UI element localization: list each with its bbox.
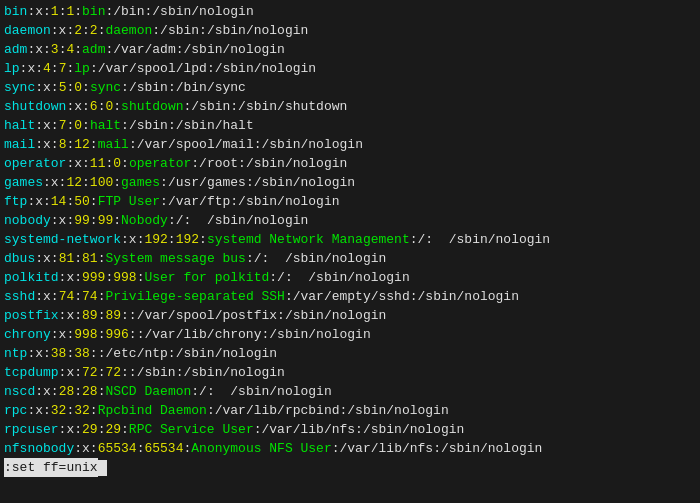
passwd-line-sync: sync:x:5:0:sync:/sbin:/bin/sync [4,78,696,97]
passwd-line-adm: adm:x:3:4:adm:/var/adm:/sbin/nologin [4,40,696,59]
command-line[interactable]: :set ff=unix [4,458,696,477]
passwd-line-operator: operator:x:11:0:operator:/root:/sbin/nol… [4,154,696,173]
passwd-line-systemd-network: systemd-network:x:192:192:systemd Networ… [4,230,696,249]
passwd-line-games: games:x:12:100:games:/usr/games:/sbin/no… [4,173,696,192]
passwd-line-ntp: ntp:x:38:38::/etc/ntp:/sbin/nologin [4,344,696,363]
passwd-line-postfix: postfix:x:89:89::/var/spool/postfix:/sbi… [4,306,696,325]
passwd-line-rpcuser: rpcuser:x:29:29:RPC Service User:/var/li… [4,420,696,439]
passwd-line-sshd: sshd:x:74:74:Privilege-separated SSH:/va… [4,287,696,306]
passwd-line-nscd: nscd:x:28:28:NSCD Daemon:/: /sbin/nologi… [4,382,696,401]
passwd-line-rpc: rpc:x:32:32:Rpcbind Daemon:/var/lib/rpcb… [4,401,696,420]
passwd-line-dbus: dbus:x:81:81:System message bus:/: /sbin… [4,249,696,268]
passwd-line-bin: bin:x:1:1:bin:/bin:/sbin/nologin [4,2,696,21]
passwd-line-mail: mail:x:8:12:mail:/var/spool/mail:/sbin/n… [4,135,696,154]
passwd-line-polkitd: polkitd:x:999:998:User for polkitd:/: /s… [4,268,696,287]
passwd-line-nobody: nobody:x:99:99:Nobody:/: /sbin/nologin [4,211,696,230]
passwd-line-shutdown: shutdown:x:6:0:shutdown:/sbin:/sbin/shut… [4,97,696,116]
passwd-line-lp: lp:x:4:7:lp:/var/spool/lpd:/sbin/nologin [4,59,696,78]
passwd-line-daemon: daemon:x:2:2:daemon:/sbin:/sbin/nologin [4,21,696,40]
passwd-line-halt: halt:x:7:0:halt:/sbin:/sbin/halt [4,116,696,135]
passwd-line-ftp: ftp:x:14:50:FTP User:/var/ftp:/sbin/nolo… [4,192,696,211]
cursor [98,460,107,476]
passwd-line-chrony: chrony:x:998:996::/var/lib/chrony:/sbin/… [4,325,696,344]
command-text: :set ff=unix [4,458,98,477]
passwd-line-nfsnobody: nfsnobody:x:65534:65534:Anonymous NFS Us… [4,439,696,458]
terminal: bin:x:1:1:bin:/bin:/sbin/nologindaemon:x… [0,0,700,503]
passwd-line-tcpdump: tcpdump:x:72:72::/sbin:/sbin/nologin [4,363,696,382]
